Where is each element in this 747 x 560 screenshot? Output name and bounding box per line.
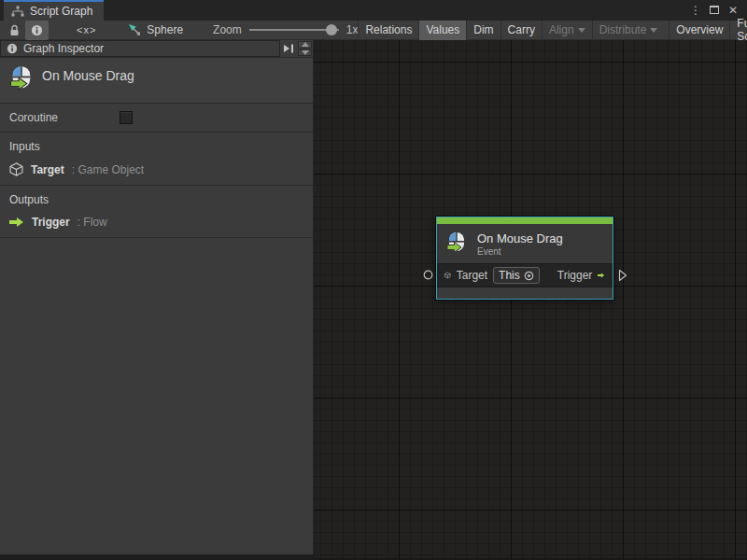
- input-row-target: Target : Game Object: [9, 162, 303, 176]
- inspector-scrollbar: [297, 40, 313, 57]
- zoom-slider-handle[interactable]: [326, 24, 337, 35]
- node-header[interactable]: On Mouse Drag Event: [437, 224, 613, 263]
- cube-icon: [9, 162, 23, 176]
- dock-sidebar-button[interactable]: [280, 40, 297, 57]
- info-icon: [31, 24, 43, 36]
- graph-inspector-panel: Graph Inspector: [0, 40, 314, 554]
- coroutine-checkbox[interactable]: [120, 111, 133, 124]
- inspector-toggle-button[interactable]: [25, 21, 49, 40]
- scroll-down-button[interactable]: [298, 49, 312, 57]
- coroutine-row: Coroutine: [0, 104, 313, 133]
- tab-bar: Script Graph ⋮ ✕: [0, 0, 747, 21]
- menu-icon[interactable]: ⋮: [689, 4, 702, 17]
- node-output-label: Trigger: [557, 269, 593, 282]
- node-on-mouse-drag[interactable]: On Mouse Drag Event Target This: [436, 217, 613, 300]
- cube-icon: [444, 269, 451, 282]
- lock-icon: [9, 24, 20, 36]
- distribute-dropdown[interactable]: Distribute: [592, 21, 665, 40]
- dock-icon: [283, 44, 294, 53]
- script-graph-window: Script Graph ⋮ ✕ <x>: [0, 0, 747, 560]
- inputs-heading: Inputs: [9, 140, 303, 153]
- maximize-icon[interactable]: [708, 4, 721, 17]
- main-area: On Mouse Drag Event Target This: [0, 40, 747, 560]
- output-row-trigger: Trigger : Flow: [9, 216, 303, 229]
- outputs-section: Outputs Trigger : Flow: [0, 186, 313, 238]
- output-name: Trigger: [32, 216, 70, 229]
- input-name: Target: [31, 163, 64, 176]
- inspector-bottom-edge: [0, 554, 314, 560]
- triangle-down-icon: [302, 50, 309, 55]
- tab-label: Script Graph: [30, 5, 92, 18]
- inspector-unit-header: On Mouse Drag: [0, 57, 313, 104]
- coroutine-label: Coroutine: [9, 111, 120, 124]
- node-subtitle: Event: [477, 246, 563, 257]
- dim-button[interactable]: Dim: [466, 21, 500, 40]
- values-button[interactable]: Values: [418, 21, 466, 40]
- mouse-drag-icon: [9, 65, 34, 93]
- carry-button[interactable]: Carry: [500, 21, 542, 40]
- inspector-empty-area: [0, 238, 313, 554]
- graph-owner-icon: [128, 23, 141, 36]
- inspector-header-box: Graph Inspector: [0, 40, 280, 57]
- tab-script-graph[interactable]: Script Graph: [4, 0, 104, 21]
- target-picker-icon: [524, 271, 534, 281]
- lock-button[interactable]: [4, 21, 25, 40]
- edit-script-button[interactable]: <x>: [71, 21, 102, 40]
- node-input-port[interactable]: [423, 270, 433, 280]
- full-screen-button[interactable]: Full Screen: [729, 21, 747, 40]
- flow-arrow-icon: [9, 217, 24, 228]
- node-footer: [437, 287, 613, 298]
- inspector-header: Graph Inspector: [0, 40, 313, 57]
- graph-context-breadcrumb[interactable]: Sphere: [122, 23, 189, 36]
- outputs-heading: Outputs: [9, 193, 303, 206]
- close-icon[interactable]: ✕: [726, 4, 740, 17]
- node-ports-row: Target This Trigger: [437, 263, 613, 287]
- zoom-label: Zoom: [213, 23, 242, 36]
- inputs-section: Inputs Target : Game Object: [0, 133, 313, 186]
- script-graph-icon: [11, 6, 24, 17]
- input-type: : Game Object: [72, 163, 144, 176]
- scroll-up-button[interactable]: [298, 41, 312, 49]
- toolbar-right-buttons: Relations Values Dim Carry Align Distrib…: [358, 21, 747, 40]
- node-title: On Mouse Drag: [477, 231, 563, 245]
- zoom-slider[interactable]: [249, 24, 339, 35]
- chevron-down-icon: [650, 28, 657, 33]
- node-event-colorbar: [437, 217, 613, 224]
- mouse-drag-icon: [446, 231, 467, 256]
- info-icon: [7, 43, 18, 54]
- chevron-down-icon: [578, 28, 585, 33]
- target-this-chip[interactable]: This: [493, 267, 540, 284]
- node-output-port[interactable]: [618, 269, 627, 282]
- triangle-up-icon: [302, 42, 309, 47]
- inspector-unit-title: On Mouse Drag: [42, 65, 134, 83]
- node-input-label: Target: [457, 269, 487, 282]
- zoom-value: 1x: [346, 23, 359, 36]
- output-type: : Flow: [78, 216, 107, 229]
- zoom-control: Zoom 1x: [213, 23, 358, 36]
- node-titles: On Mouse Drag Event: [477, 231, 563, 257]
- inspector-title: Graph Inspector: [23, 42, 104, 55]
- code-icon: <x>: [77, 24, 96, 35]
- flow-arrow-icon: [598, 270, 605, 281]
- graph-toolbar: <x> Sphere Zoom 1x Relations Values: [0, 21, 747, 40]
- overview-button[interactable]: Overview: [669, 21, 729, 40]
- align-dropdown[interactable]: Align: [542, 21, 592, 40]
- relations-button[interactable]: Relations: [358, 21, 418, 40]
- graph-context-label: Sphere: [147, 23, 183, 36]
